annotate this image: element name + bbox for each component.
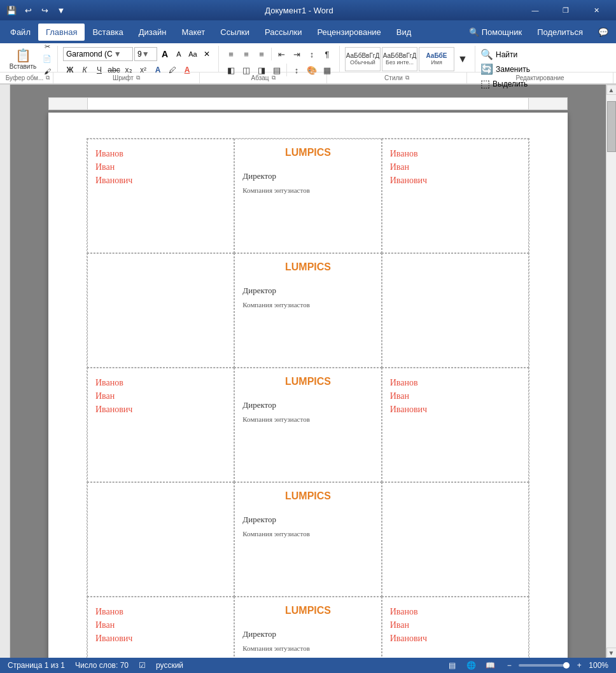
card-company-2-2: Компания энтузиастов xyxy=(242,415,373,423)
scroll-down-button[interactable]: ▼ xyxy=(606,648,617,658)
styles-gallery: АаБбВвГгД Обычный АаБбВвГгД Без инте... … xyxy=(345,47,470,71)
shading-button[interactable]: 🎨 xyxy=(305,63,319,77)
share-button[interactable]: Поделиться xyxy=(532,25,588,39)
highlight-button[interactable]: 🖊 xyxy=(165,63,179,77)
print-layout-button[interactable]: ▤ xyxy=(445,660,459,671)
clear-format-button[interactable]: ✕ xyxy=(200,48,213,60)
justify-button[interactable]: ▤ xyxy=(270,63,284,77)
card-director-2-5: Директор xyxy=(242,515,373,525)
card-company-2-5: Компания энтузиастов xyxy=(242,530,373,538)
borders-button[interactable]: ▦ xyxy=(320,63,334,77)
styles-more-button[interactable]: ▼ xyxy=(456,52,470,66)
paragraph-group: ≡ ≡ ≡ ⇤ ⇥ ↕ ¶ ◧ ◫ ◨ ▤ ↕ 🎨 ▦ xyxy=(219,46,340,72)
menu-right-area: 🔍 Помощник Поделиться 💬 xyxy=(464,25,613,39)
underline-button[interactable]: Ч xyxy=(92,63,106,77)
replace-icon: 🔄 xyxy=(480,63,493,75)
font-name-value: Garamond (С xyxy=(66,50,113,59)
align-left-button[interactable]: ◧ xyxy=(224,63,238,77)
card-director-2-2: Директор xyxy=(242,400,373,410)
menu-review[interactable]: Рецензирование xyxy=(309,24,388,41)
save-icon[interactable]: 💾 xyxy=(5,6,18,15)
font-grow-button[interactable]: A xyxy=(158,48,171,60)
style-no-spacing[interactable]: АаБбВвГгД Без инте... xyxy=(382,47,417,71)
customize-icon[interactable]: ▼ xyxy=(55,6,67,15)
right-scrollbar[interactable]: ▲ ▼ xyxy=(606,85,616,658)
close-button[interactable]: ✕ xyxy=(582,0,611,20)
menu-view[interactable]: Вид xyxy=(389,24,419,41)
style-normal[interactable]: АаБбВвГгД Обычный xyxy=(345,47,381,71)
menu-insert[interactable]: Вставка xyxy=(85,24,130,41)
card-info-cell-2-5: LUMPICS Директор Компания энтузиастов xyxy=(234,482,381,597)
maximize-button[interactable]: ❐ xyxy=(551,0,580,20)
replace-button[interactable]: 🔄 Заменить xyxy=(480,63,530,75)
superscript-button[interactable]: x² xyxy=(136,63,150,77)
cut-button[interactable]: ✂ xyxy=(39,41,55,53)
card-name-text-3-3: ИвановИванИванович xyxy=(390,605,521,645)
comments-button[interactable]: 💬 xyxy=(593,25,613,39)
web-layout-button[interactable]: 🌐 xyxy=(464,660,478,671)
menu-file[interactable]: Файл xyxy=(3,24,38,41)
show-marks-button[interactable]: ¶ xyxy=(320,47,334,61)
align-center-button[interactable]: ◫ xyxy=(239,63,253,77)
bullets-button[interactable]: ≡ xyxy=(224,47,238,61)
find-button[interactable]: 🔍 Найти xyxy=(480,48,517,60)
menu-design[interactable]: Дизайн xyxy=(131,24,174,41)
minimize-button[interactable]: — xyxy=(521,0,550,20)
styles-group: АаБбВвГгД Обычный АаБбВвГгД Без инте... … xyxy=(340,46,475,72)
styles-group-label: Стили ⧉ xyxy=(327,73,467,83)
menu-mailings[interactable]: Рассылки xyxy=(257,24,309,41)
redo-icon[interactable]: ↪ xyxy=(38,6,51,15)
font-name-input[interactable]: Garamond (С ▼ xyxy=(63,47,133,61)
menu-layout[interactable]: Макет xyxy=(174,24,213,41)
menu-home[interactable]: Главная xyxy=(38,24,85,41)
horizontal-ruler xyxy=(48,97,568,110)
style-heading1[interactable]: АаБбЕ Имя xyxy=(419,47,454,71)
document-scroll-area[interactable]: ИвановИванИванович LUMPICS Директор Комп… xyxy=(10,85,606,658)
zoom-thumb xyxy=(563,662,570,669)
bold-button[interactable]: Ж xyxy=(63,63,77,77)
change-case-button[interactable]: Aa xyxy=(186,48,199,60)
paste-button[interactable]: 📋 Вставить xyxy=(8,47,38,71)
card-info-cell-1-2: LUMPICS Директор Компания энтузиастов xyxy=(234,139,381,253)
card-name-text-2-3: ИвановИванИванович xyxy=(390,376,521,416)
ribbon-top-row: 📋 Вставить ✂ 📄 🖌 Garamond (С ▼ xyxy=(0,43,616,73)
card-name-cell-1-1: ИвановИванИванович xyxy=(87,139,234,253)
card-logo-1-5: LUMPICS xyxy=(242,261,373,273)
numbering-button[interactable]: ≡ xyxy=(239,47,253,61)
strikethrough-button[interactable]: abc xyxy=(107,63,121,77)
text-effect-button[interactable]: A xyxy=(151,63,165,77)
status-bar: Страница 1 из 1 Число слов: 70 ☑ русский… xyxy=(0,658,616,673)
align-right-button[interactable]: ◨ xyxy=(255,63,269,77)
subscript-button[interactable]: x₂ xyxy=(122,63,136,77)
undo-icon[interactable]: ↩ xyxy=(22,6,34,15)
font-size-input[interactable]: 9 ▼ xyxy=(134,47,157,61)
sort-button[interactable]: ↕ xyxy=(305,47,319,61)
card-name-text-3-1: ИвановИванИванович xyxy=(95,605,226,645)
zoom-slider[interactable] xyxy=(519,664,570,667)
styles-expand-icon[interactable]: ⧉ xyxy=(405,74,409,81)
find-label: Найти xyxy=(496,50,517,59)
decrease-indent-button[interactable]: ⇤ xyxy=(274,47,288,61)
increase-indent-button[interactable]: ⇥ xyxy=(290,47,304,61)
read-mode-button[interactable]: 📖 xyxy=(483,660,497,671)
helper-button[interactable]: 🔍 Помощник xyxy=(464,25,527,39)
font-color-button[interactable]: A xyxy=(180,63,194,77)
card-company-3-2: Компания энтузиастов xyxy=(242,644,373,652)
line-spacing-button[interactable]: ↕ xyxy=(290,63,304,77)
italic-button[interactable]: К xyxy=(78,63,92,77)
scroll-thumb[interactable] xyxy=(607,101,616,152)
scroll-up-button[interactable]: ▲ xyxy=(606,85,617,95)
scroll-track[interactable] xyxy=(606,95,617,648)
copy-button[interactable]: 📄 xyxy=(39,53,55,65)
format-painter-button[interactable]: 🖌 xyxy=(39,66,55,77)
paste-icon: 📋 xyxy=(15,48,31,63)
font-shrink-button[interactable]: A xyxy=(172,48,185,60)
title-bar: 💾 ↩ ↪ ▼ Документ1 - Word — ❐ ✕ xyxy=(0,0,616,20)
zoom-in-button[interactable]: + xyxy=(572,660,586,671)
zoom-out-button[interactable]: − xyxy=(502,660,516,671)
replace-label: Заменить xyxy=(496,65,530,74)
menu-references[interactable]: Ссылки xyxy=(213,24,257,41)
multilevel-button[interactable]: ≡ xyxy=(255,47,269,61)
select-button[interactable]: ⬚ Выделить xyxy=(480,78,528,90)
card-info-cell-3-2: LUMPICS Директор Компания энтузиастов xyxy=(234,597,381,658)
